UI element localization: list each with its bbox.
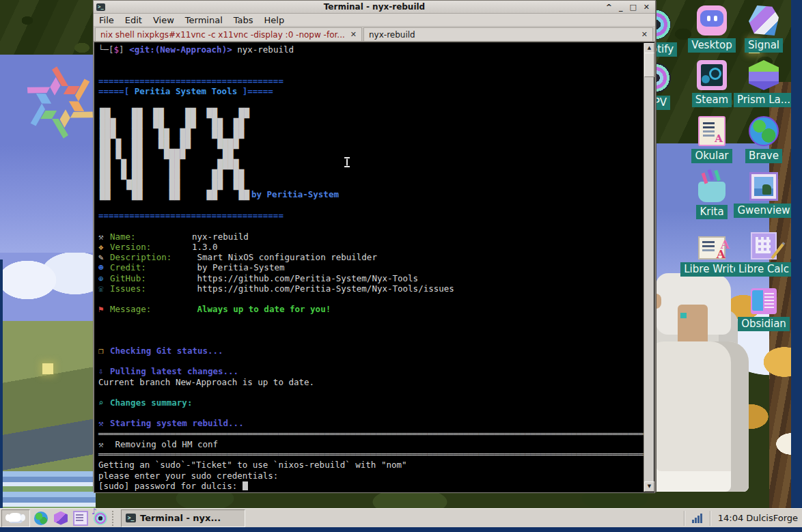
music-cd-icon bbox=[94, 512, 107, 525]
scroll-down-arrow-icon[interactable]: ▼ bbox=[644, 481, 654, 492]
status-git-check: Checking Git status... bbox=[110, 346, 223, 356]
prism-launcher-icon bbox=[749, 60, 779, 90]
desktop-icon-obsidian[interactable]: Obsidian bbox=[731, 285, 797, 331]
wrench-icon: ⚒ bbox=[98, 418, 110, 428]
info-label: GitHub: bbox=[110, 273, 192, 283]
taskbar-handle[interactable] bbox=[112, 511, 118, 526]
menu-tabs[interactable]: Tabs bbox=[234, 15, 253, 25]
phone-icon: ☏ bbox=[98, 283, 110, 294]
shade-button[interactable]: ^ bbox=[606, 3, 612, 12]
obsidian-icon bbox=[751, 288, 777, 314]
scrollbar-thumb[interactable] bbox=[644, 53, 654, 77]
desktop: Spotify Vesktop Signal MPV Steam Prism L… bbox=[0, 0, 802, 532]
download-icon: ⇩ bbox=[98, 366, 110, 376]
tab-close-icon[interactable]: ✕ bbox=[641, 30, 648, 39]
signal-icon bbox=[749, 5, 779, 36]
icon-label: Krita bbox=[696, 205, 727, 219]
krita-icon bbox=[698, 182, 725, 202]
minimize-button[interactable]: _ bbox=[619, 3, 623, 12]
tab-close-icon[interactable]: ✕ bbox=[350, 30, 357, 39]
menu-edit[interactable]: Edit bbox=[125, 15, 142, 25]
vesktop-discord-icon bbox=[697, 5, 727, 36]
menu-view[interactable]: View bbox=[153, 15, 174, 25]
command-text: nyx-rebuild bbox=[232, 44, 294, 55]
separator-line: ==================================== bbox=[98, 76, 642, 86]
prompt-dollar: $ bbox=[114, 44, 120, 55]
menu-terminal[interactable]: Terminal bbox=[185, 15, 223, 25]
icon-label: Prism La... bbox=[734, 93, 794, 107]
desktop-icon-signal[interactable]: Signal bbox=[731, 5, 797, 53]
tab-label: nyx-rebuild bbox=[369, 30, 415, 40]
taskbar: >_ Terminal - nyx... 14:04 DulcisForge bbox=[0, 508, 802, 527]
taskbar-separator bbox=[710, 511, 710, 526]
terminal-scrollbar[interactable]: ▲ ▼ bbox=[644, 43, 654, 492]
icon-label: Vesktop bbox=[688, 38, 735, 53]
mouse-ibeam-cursor bbox=[344, 157, 350, 167]
wallpaper-character-body bbox=[646, 341, 749, 492]
window-title: Terminal - nyx-rebuild bbox=[94, 2, 655, 12]
message-label: Message: bbox=[110, 304, 192, 314]
desktop-icon-brave[interactable]: Brave bbox=[731, 116, 797, 163]
prompt-corner: └─[ bbox=[98, 44, 114, 55]
wallpaper-clouds-left bbox=[0, 253, 96, 328]
applications-menu-button[interactable] bbox=[1, 509, 30, 527]
launcher-notes[interactable] bbox=[72, 509, 89, 527]
globe-icon: ⊕ bbox=[98, 273, 110, 283]
close-button[interactable]: ✕ bbox=[644, 3, 650, 12]
banner-title: Peritia System Tools bbox=[135, 86, 238, 96]
tab-nyx-rebuild[interactable]: nyx-rebuild ✕ bbox=[363, 27, 653, 41]
memo-icon: ✎ bbox=[98, 252, 110, 262]
scroll-up-arrow-icon[interactable]: ▲ bbox=[644, 43, 654, 53]
info-label: Issues: bbox=[110, 283, 192, 294]
menu-file[interactable]: File bbox=[99, 15, 114, 25]
hammer-wrench-icon: ⚒ bbox=[98, 232, 110, 242]
tab-x11vnc[interactable]: nix shell nixpkgs#x11vnc -c x11vnc -disp… bbox=[95, 27, 362, 41]
libre-calc-icon bbox=[751, 232, 777, 260]
cube-icon bbox=[54, 512, 68, 525]
launcher-music[interactable] bbox=[92, 509, 109, 527]
nyx-ascii-art: ██ ██ ██ ██ ██ ██ ███ ██ ██ ██ ██ ██ ███… bbox=[100, 108, 642, 200]
launcher-vesktop[interactable] bbox=[52, 509, 70, 527]
desktop-icon-libre-calc[interactable]: Libre Calc bbox=[731, 229, 797, 277]
info-value: by Peritia-System bbox=[192, 262, 284, 272]
clock[interactable]: 14:04 bbox=[714, 513, 746, 523]
hm-separator: ════════════════════════════════════════… bbox=[98, 429, 642, 439]
wallpaper-character-face bbox=[678, 305, 708, 346]
brave-globe-icon bbox=[749, 116, 779, 146]
pushpin-icon: ⚑ bbox=[98, 304, 110, 314]
notebook-icon bbox=[73, 511, 88, 526]
network-signal-icon[interactable] bbox=[692, 513, 702, 523]
text-cursor bbox=[243, 481, 248, 490]
status-pulling: Pulling latest changes... bbox=[110, 366, 238, 376]
gwenview-icon bbox=[749, 172, 778, 201]
icon-label: Okular bbox=[691, 149, 732, 163]
info-value: Smart NixOS configuration rebuilder bbox=[192, 252, 377, 262]
sudo-password-prompt: [sudo] password for dulcis: bbox=[98, 481, 243, 491]
desktop-icon-gwenview[interactable]: Gwenview bbox=[731, 172, 797, 218]
label-tag-icon: ❖ bbox=[98, 242, 110, 252]
window-titlebar[interactable]: >_ Terminal - nyx-rebuild ^ _ □ ✕ bbox=[94, 1, 655, 14]
terminal-app-icon: >_ bbox=[126, 514, 136, 522]
terminal-output[interactable]: └─[$] <git:(New-Approach)> nyx-rebuild =… bbox=[94, 42, 655, 493]
maximize-button[interactable]: □ bbox=[629, 3, 636, 12]
launcher-browser[interactable] bbox=[32, 509, 50, 527]
branch-info: Current branch New-Approach is up to dat… bbox=[98, 377, 642, 387]
menubar: File Edit View Terminal Tabs Help bbox=[94, 14, 655, 27]
task-button-label: Terminal - nyx... bbox=[140, 513, 221, 523]
info-label: Version: bbox=[110, 242, 192, 252]
wallpaper-character-eye bbox=[680, 313, 687, 318]
menu-help[interactable]: Help bbox=[264, 15, 285, 25]
info-value: nyx-rebuild bbox=[192, 232, 249, 242]
hm-separator: ════════════════════════════════════════… bbox=[98, 449, 642, 460]
screen-edge-right bbox=[791, 0, 802, 532]
tab-label: nix shell nixpkgs#x11vnc -c x11vnc -disp… bbox=[100, 30, 345, 40]
person-icon: ☻ bbox=[98, 262, 110, 272]
nixos-logo bbox=[19, 61, 101, 143]
icon-label: Obsidian bbox=[738, 317, 790, 331]
tab-bar: nix shell nixpkgs#x11vnc -c x11vnc -disp… bbox=[94, 27, 655, 42]
menu-mascot-icon bbox=[8, 513, 23, 523]
taskbar-window-button[interactable]: >_ Terminal - nyx... bbox=[121, 509, 245, 527]
desktop-icon-prism-launcher[interactable]: Prism La... bbox=[731, 60, 797, 107]
icon-label: Gwenview bbox=[734, 204, 793, 218]
hm-text: Removing old HM conf bbox=[110, 439, 218, 449]
